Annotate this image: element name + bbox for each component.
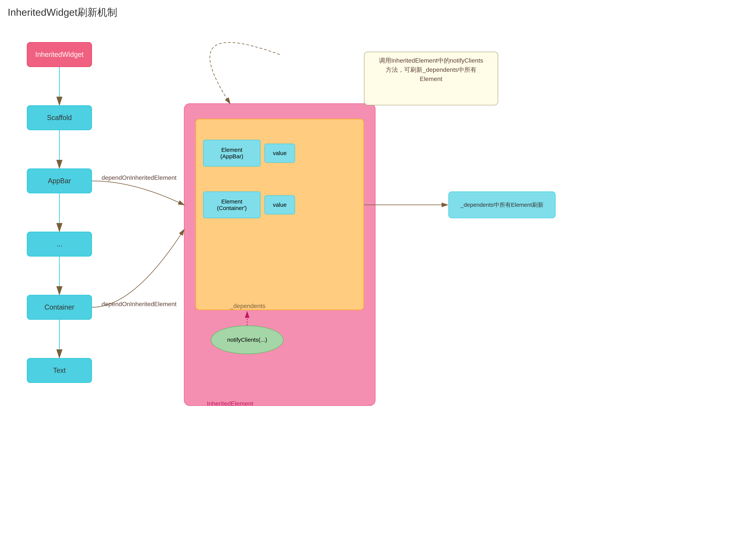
callout-box: 调用InheritedElement中的notifyClients 方法，可刷新…: [364, 52, 498, 105]
dependents-label: _dependents: [230, 302, 265, 309]
node-scaffold: Scaffold: [27, 105, 92, 130]
depend-label-1: dependOnInheritedElement: [102, 174, 176, 181]
node-inherited-widget: InheritedWidget: [27, 42, 92, 67]
node-appbar: AppBar: [27, 168, 92, 194]
value-box-1: value: [265, 143, 295, 163]
node-ellipsis: ...: [27, 232, 92, 257]
all-refresh-box: _dependents中所有Element刷新: [448, 191, 556, 218]
node-container: Container: [27, 295, 92, 320]
node-text: Text: [27, 358, 92, 383]
page-title: InheritedWidget刷新机制: [8, 6, 117, 19]
depend-label-2: dependOnInheritedElement: [102, 301, 176, 308]
element-container-box: Element (Container'): [203, 191, 261, 218]
notify-clients-box: notifyClients(...): [211, 326, 284, 354]
inherited-element-label: InheritedElement: [207, 400, 253, 407]
element-appbar-box: Element (AppBar): [203, 140, 261, 167]
value-box-2: value: [265, 195, 295, 214]
